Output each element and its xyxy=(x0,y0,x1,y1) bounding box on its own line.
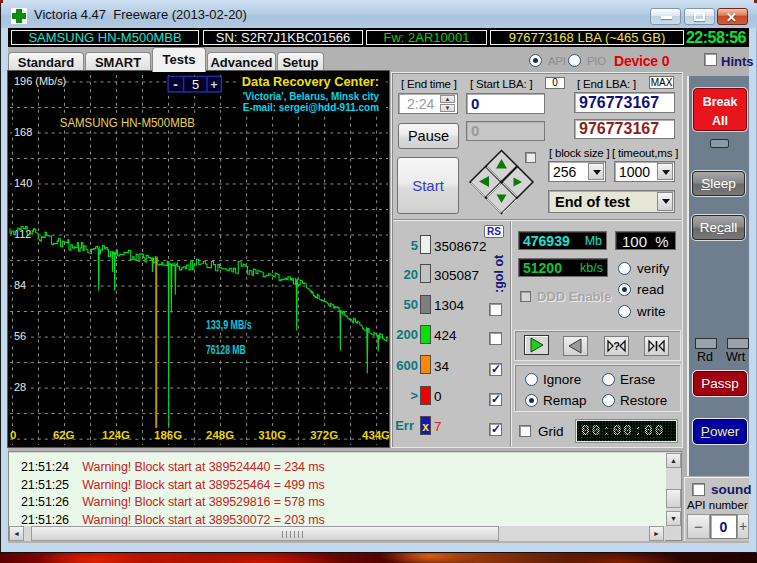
svg-text:Data Recovery Center:: Data Recovery Center: xyxy=(242,74,379,89)
svg-text:310G: 310G xyxy=(258,429,286,441)
svg-text:124G: 124G xyxy=(102,429,130,441)
svg-text:?: ? xyxy=(613,340,620,352)
svg-text:28: 28 xyxy=(14,381,26,393)
svg-text:SAMSUNG HN-M500MBB: SAMSUNG HN-M500MBB xyxy=(60,116,195,130)
svg-text:112: 112 xyxy=(14,228,31,240)
svg-text:56: 56 xyxy=(14,330,26,342)
svg-text:'Victoria', Belarus, Minsk cit: 'Victoria', Belarus, Minsk city xyxy=(243,90,380,102)
svg-text:140: 140 xyxy=(14,177,32,189)
svg-text:133,9 MB/s: 133,9 MB/s xyxy=(206,318,252,332)
svg-text:-: - xyxy=(173,76,178,92)
svg-text:248G: 248G xyxy=(206,429,234,441)
svg-text:+: + xyxy=(210,78,217,92)
svg-text:84: 84 xyxy=(14,279,26,291)
svg-text:E-mail: sergei@hdd-911.com: E-mail: sergei@hdd-911.com xyxy=(243,101,379,113)
svg-text:168: 168 xyxy=(14,126,32,138)
svg-text:196 (Mb/s): 196 (Mb/s) xyxy=(14,75,66,87)
svg-text:186G: 186G xyxy=(154,429,182,441)
svg-text:62G: 62G xyxy=(53,429,75,441)
svg-text:434G: 434G xyxy=(362,429,390,441)
svg-text:76128 MB: 76128 MB xyxy=(206,343,246,357)
svg-text:372G: 372G xyxy=(310,429,338,441)
svg-text:0: 0 xyxy=(10,429,16,441)
svg-text:5: 5 xyxy=(192,77,199,92)
